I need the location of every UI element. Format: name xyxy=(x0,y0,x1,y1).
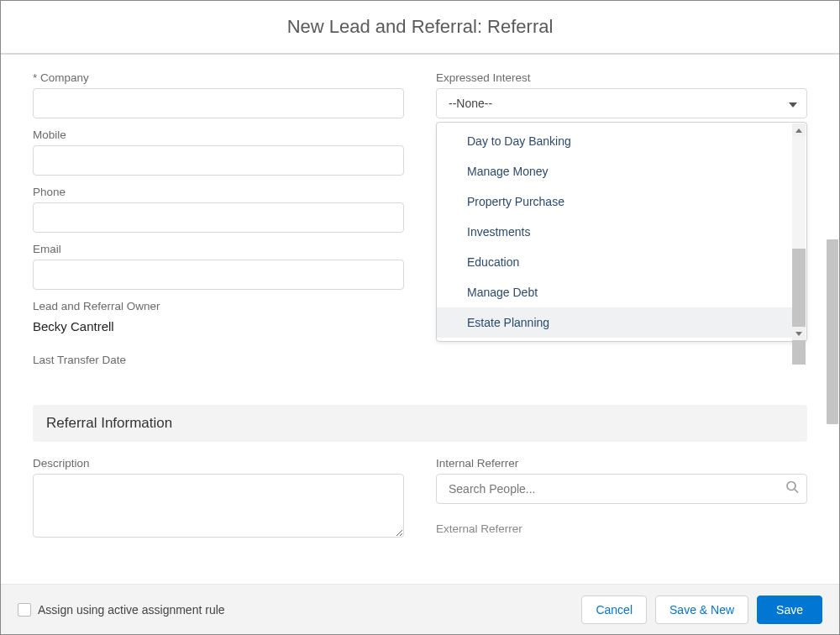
save-and-new-button[interactable]: Save & New xyxy=(655,596,748,624)
assign-rule-checkbox[interactable] xyxy=(18,603,31,617)
dropdown-item[interactable]: Education xyxy=(437,247,792,277)
dropdown-item[interactable]: Day to Day Banking xyxy=(437,126,792,156)
modal-header: New Lead and Referral: Referral xyxy=(1,1,839,55)
company-input[interactable] xyxy=(33,88,404,118)
dropdown-item[interactable]: Manage Money xyxy=(437,156,792,186)
mobile-input[interactable] xyxy=(33,145,404,176)
internal-referrer-label: Internal Referrer xyxy=(436,457,807,470)
modal-footer: Assign using active assignment rule Canc… xyxy=(1,584,839,634)
description-label: Description xyxy=(33,457,404,470)
save-button[interactable]: Save xyxy=(757,596,822,624)
expressed-interest-combobox[interactable]: --None-- Day to xyxy=(436,88,807,118)
owner-label: Lead and Referral Owner xyxy=(33,300,404,312)
scroll-down-icon[interactable] xyxy=(792,327,806,340)
form-left-column: * Company Mobile Phone Email Lead and Re… xyxy=(33,71,404,376)
external-referrer-label-partial: External Referrer xyxy=(436,522,807,535)
page-scrollbar[interactable] xyxy=(824,56,838,584)
expressed-interest-label: Expressed Interest xyxy=(436,71,807,84)
email-input[interactable] xyxy=(33,260,404,290)
cancel-button[interactable]: Cancel xyxy=(581,596,647,624)
dropdown-item[interactable]: Investments xyxy=(437,217,792,247)
owner-value: Becky Cantrell xyxy=(33,314,404,344)
section-referral-info: Referral Information xyxy=(33,405,807,442)
modal-title: New Lead and Referral: Referral xyxy=(287,16,554,38)
dropdown-list: Day to Day Banking Manage Money Property… xyxy=(437,123,792,341)
dropdown-scrollbar-thumb[interactable] xyxy=(792,249,806,365)
email-label: Email xyxy=(33,243,404,255)
phone-label: Phone xyxy=(33,186,404,198)
expressed-interest-value[interactable]: --None-- xyxy=(436,88,807,118)
description-textarea[interactable] xyxy=(33,474,404,538)
dropdown-item[interactable]: Manage Debt xyxy=(437,277,792,307)
company-label: * Company xyxy=(33,71,404,84)
assign-rule-label: Assign using active assignment rule xyxy=(38,603,225,617)
svg-line-1 xyxy=(795,490,798,493)
last-transfer-label: Last Transfer Date xyxy=(33,354,404,366)
dropdown-item[interactable]: Property Purchase xyxy=(437,186,792,217)
phone-input[interactable] xyxy=(33,202,404,233)
expressed-interest-dropdown: Day to Day Banking Manage Money Property… xyxy=(436,122,807,342)
mobile-label: Mobile xyxy=(33,129,404,141)
form-right-column: Expressed Interest --None-- xyxy=(436,71,807,376)
page-scrollbar-thumb[interactable] xyxy=(827,239,838,424)
dropdown-item[interactable]: Estate Planning xyxy=(437,307,792,338)
svg-point-0 xyxy=(787,482,795,491)
search-icon xyxy=(786,481,799,497)
modal-body: * Company Mobile Phone Email Lead and Re… xyxy=(1,56,839,584)
scroll-up-icon[interactable] xyxy=(792,123,806,137)
internal-referrer-lookup[interactable] xyxy=(436,474,807,504)
